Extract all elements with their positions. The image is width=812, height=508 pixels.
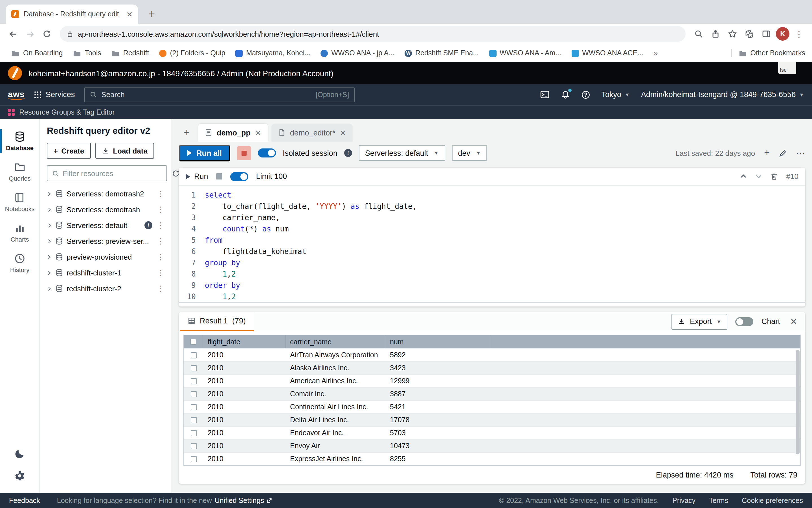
url-bar[interactable]: ap-northeast-1.console.aws.amazon.com/sq… <box>60 26 686 42</box>
kebab-menu-icon[interactable]: ⋮ <box>157 268 165 277</box>
close-tab-icon[interactable]: ✕ <box>255 128 261 137</box>
kebab-menu-icon[interactable]: ⋮ <box>157 189 165 198</box>
browser-tab[interactable]: Database - Redshift query edit ✕ <box>6 4 138 24</box>
warehouse-dropdown[interactable]: Serverless: default▼ <box>359 145 445 161</box>
feedback-link[interactable]: Feedback <box>9 497 40 504</box>
isolated-session-toggle[interactable] <box>258 149 276 158</box>
export-button[interactable]: Export ▼ <box>672 313 728 329</box>
code-line[interactable]: 4 count(*) as num <box>179 223 805 235</box>
row-checkbox[interactable] <box>184 440 203 452</box>
bookmark-item[interactable]: Tools <box>68 47 105 59</box>
code-line[interactable]: 9order by <box>179 280 805 291</box>
info-icon[interactable]: i <box>344 149 352 157</box>
load-data-button[interactable]: Load data <box>95 143 154 159</box>
extensions-icon[interactable] <box>742 27 757 41</box>
delete-block-icon[interactable] <box>770 172 778 180</box>
editor-tab-demo-pp[interactable]: demo_pp ✕ <box>198 124 268 142</box>
cookie-preferences-link[interactable]: Cookie preferences <box>742 497 803 504</box>
dark-mode-moon-icon[interactable] <box>14 448 25 459</box>
code-line[interactable]: 7group by <box>179 257 805 269</box>
table-row[interactable]: 2010ExpressJet Airlines Inc.8255 <box>184 452 800 465</box>
stop-all-button[interactable] <box>237 146 251 160</box>
reload-icon[interactable] <box>40 27 54 41</box>
more-actions-icon[interactable]: ⋯ <box>796 147 805 158</box>
resource-groups-bar[interactable]: Resource Groups & Tag Editor <box>0 105 812 119</box>
table-scrollbar[interactable] <box>795 349 800 465</box>
close-results-icon[interactable]: ✕ <box>788 316 800 327</box>
settings-gear-icon[interactable] <box>14 470 26 481</box>
row-checkbox[interactable] <box>184 362 203 374</box>
tree-item[interactable]: Serverless: defaulti⋮ <box>47 217 165 233</box>
info-icon[interactable]: i <box>144 221 152 229</box>
chevron-right-icon[interactable] <box>47 286 52 291</box>
chart-toggle[interactable] <box>735 317 754 326</box>
code-line[interactable]: 5from <box>179 235 805 246</box>
terms-link[interactable]: Terms <box>709 497 728 504</box>
limit-toggle[interactable] <box>230 172 248 181</box>
bookmarks-overflow-icon[interactable]: » <box>649 48 663 57</box>
other-bookmarks[interactable]: Other Bookmarks <box>731 49 805 57</box>
chevron-right-icon[interactable] <box>47 254 52 259</box>
rail-item-charts[interactable]: Charts <box>0 217 40 248</box>
side-panel-icon[interactable] <box>759 27 774 41</box>
database-dropdown[interactable]: dev▼ <box>452 145 487 161</box>
chevron-right-icon[interactable] <box>47 270 52 275</box>
console-search[interactable]: [Option+S] <box>84 87 355 102</box>
bookmark-item[interactable]: On Boarding <box>7 47 67 59</box>
browser-menu-icon[interactable]: ⋮ <box>792 27 806 41</box>
help-icon[interactable] <box>581 90 590 99</box>
privacy-link[interactable]: Privacy <box>672 497 695 504</box>
chevron-right-icon[interactable] <box>47 207 52 212</box>
bookmark-item[interactable]: WRedshift SME Ena... <box>400 47 483 59</box>
select-all-checkbox[interactable] <box>184 335 203 348</box>
code-line[interactable]: 2 to_char(flight_date, 'YYYY') as flight… <box>179 201 805 212</box>
cloudshell-icon[interactable] <box>540 90 550 99</box>
editor-tab-demo-editor[interactable]: demo_editor* ✕ <box>271 124 353 142</box>
kebab-menu-icon[interactable]: ⋮ <box>157 237 165 246</box>
edit-pencil-icon[interactable] <box>779 149 787 157</box>
filter-resources-input[interactable] <box>63 169 162 177</box>
new-tab-button[interactable]: + <box>144 6 160 22</box>
region-selector[interactable]: Tokyo▼ <box>601 90 630 99</box>
bookmark-star-icon[interactable] <box>725 27 740 41</box>
bookmark-item[interactable]: WWSO ANA ACE... <box>567 47 648 59</box>
row-checkbox[interactable] <box>184 414 203 426</box>
tree-item[interactable]: Serverless: preview-ser...⋮ <box>47 233 165 249</box>
rail-item-history[interactable]: History <box>0 248 40 278</box>
table-row[interactable]: 2010AirTran Airways Corporation5892 <box>184 348 800 361</box>
row-checkbox[interactable] <box>184 453 203 465</box>
bookmark-item[interactable]: WWSO ANA - Am... <box>485 47 566 59</box>
collapse-down-icon[interactable] <box>755 173 763 180</box>
run-block-button[interactable]: Run <box>186 172 208 181</box>
kebab-menu-icon[interactable]: ⋮ <box>157 221 165 230</box>
rail-item-queries[interactable]: Queries <box>0 156 40 187</box>
collapse-up-icon[interactable] <box>740 173 748 180</box>
kebab-menu-icon[interactable]: ⋮ <box>157 284 165 293</box>
notifications-bell-icon[interactable] <box>561 90 570 99</box>
column-header-carrier-name[interactable]: carrier_name <box>285 335 386 348</box>
code-line[interactable]: 3 carrier_name, <box>179 212 805 223</box>
bookmark-item[interactable]: (2) Folders - Quip <box>154 47 230 59</box>
code-line[interactable]: 8 1,2 <box>179 269 805 280</box>
create-button[interactable]: + Create <box>47 143 91 159</box>
add-block-icon[interactable]: + <box>764 147 770 159</box>
profile-avatar[interactable]: K <box>776 27 790 41</box>
row-checkbox[interactable] <box>184 375 203 387</box>
kebab-menu-icon[interactable]: ⋮ <box>157 252 165 261</box>
code-line[interactable]: 1select <box>179 189 805 201</box>
row-checkbox[interactable] <box>184 401 203 413</box>
search-tabs-icon[interactable] <box>691 27 706 41</box>
tree-item[interactable]: redshift-cluster-1⋮ <box>47 265 165 281</box>
account-menu[interactable]: Admin/koheimat-Isengard @ 1849-7635-6556… <box>641 90 804 99</box>
column-header-flight-date[interactable]: flight_date <box>203 335 285 348</box>
back-icon[interactable] <box>6 27 20 41</box>
bookmark-item[interactable]: WWSO ANA - jp A... <box>316 47 399 59</box>
column-header-num[interactable]: num <box>386 335 490 348</box>
row-checkbox[interactable] <box>184 427 203 439</box>
tab-close-icon[interactable]: ✕ <box>126 10 133 18</box>
filter-resources-field[interactable] <box>47 165 167 181</box>
row-checkbox[interactable] <box>184 388 203 400</box>
bookmark-item[interactable]: Redshift <box>107 47 154 59</box>
services-menu[interactable]: Services <box>34 90 75 99</box>
run-all-button[interactable]: Run all <box>179 145 230 161</box>
